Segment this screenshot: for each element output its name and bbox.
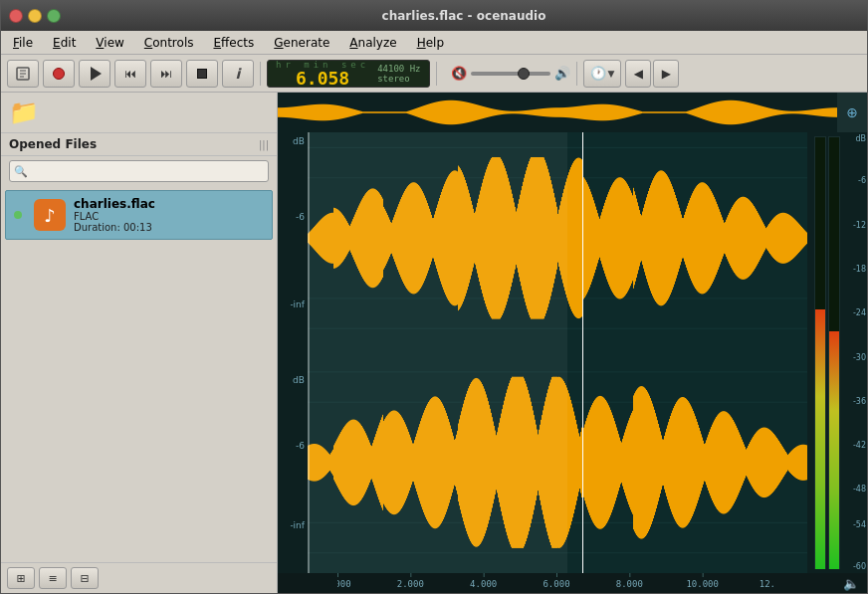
db-right-54: -54 — [853, 520, 866, 529]
menu-analyze[interactable]: Analyze — [341, 34, 404, 52]
db-label-minus6-2: -6 — [296, 441, 305, 451]
meter-fill-right — [829, 331, 839, 569]
menu-view[interactable]: View — [88, 34, 131, 52]
meter-right — [828, 136, 840, 569]
play-button[interactable] — [79, 60, 110, 88]
search-box: 🔍 — [9, 160, 269, 182]
search-input[interactable] — [9, 160, 269, 182]
nav-forward-button[interactable]: ▶ — [653, 60, 679, 88]
menubar: File Edit View Controls Effects Generate… — [1, 31, 867, 55]
waveform-canvas — [308, 132, 807, 573]
fast-forward-button[interactable]: ⏭ — [150, 60, 182, 88]
window-controls — [9, 9, 61, 23]
time-format-button[interactable]: 🕐 ▼ — [583, 60, 622, 88]
db-label-minus6-1: -6 — [296, 212, 305, 222]
db-right-48: -48 — [853, 485, 866, 494]
file-thumbnail: ♪ — [34, 199, 66, 231]
menu-generate[interactable]: Generate — [266, 34, 337, 52]
time-value: 6.058 — [296, 70, 349, 88]
folder-icon: 📁 — [9, 99, 39, 126]
time-display: hr min sec 6.058 44100 Hz stereo — [267, 60, 430, 88]
db-right-0: dB — [855, 134, 866, 143]
sidebar-footer: ⊞ ≡ ⊟ — [1, 562, 277, 593]
menu-file[interactable]: File — [5, 34, 41, 52]
db-right-30: -30 — [853, 353, 866, 362]
waveform-container: ⊕ dB -6 -inf dB -6 -inf — [278, 93, 867, 593]
db-right-60: -60 — [853, 562, 866, 571]
maximize-button[interactable] — [47, 9, 61, 23]
view-grid-button[interactable]: ⊟ — [71, 567, 99, 589]
db-label-inf-1: -inf — [290, 299, 305, 309]
minimap-canvas — [278, 93, 837, 132]
db-right-6: -6 — [858, 176, 866, 185]
db-right-24: -24 — [853, 308, 866, 317]
opened-files-label: Opened Files — [9, 137, 97, 151]
list-item[interactable]: ♪ charlies.flac FLAC Duration: 00:13 — [5, 190, 273, 240]
time-info: 44100 Hz stereo — [377, 64, 420, 84]
loop-button[interactable] — [7, 60, 39, 88]
window-title: charlies.flac - ocenaudio — [69, 9, 859, 23]
timeline-canvas — [337, 573, 775, 593]
info-button[interactable]: i — [222, 60, 254, 88]
timeline — [337, 573, 775, 593]
volume-max-icon: 🔊 — [554, 66, 570, 81]
db-label-db-2: dB — [293, 375, 305, 385]
level-meter — [807, 132, 847, 573]
toolbar: ⏮ ⏭ i hr min sec 6.058 44100 Hz stereo 🔇 — [1, 55, 867, 93]
view-large-button[interactable]: ⊞ — [7, 567, 35, 589]
volume-bottom-icon[interactable]: 🔈 — [843, 576, 859, 591]
zoom-in-icon[interactable]: ⊕ — [846, 104, 858, 120]
volume-slider[interactable] — [471, 72, 550, 76]
db-right-42: -42 — [853, 441, 866, 450]
separator-1 — [260, 62, 261, 86]
file-format: FLAC — [74, 211, 264, 222]
sidebar-header: 📁 — [1, 93, 277, 133]
minimize-button[interactable] — [28, 9, 42, 23]
nav-back-button[interactable]: ◀ — [625, 60, 651, 88]
db-scale-left: dB -6 -inf dB -6 -inf — [278, 132, 308, 573]
db-right-12: -12 — [853, 221, 866, 230]
db-right-36: -36 — [853, 397, 866, 406]
record-button[interactable] — [43, 60, 75, 88]
view-list-button[interactable]: ≡ — [39, 567, 67, 589]
dropdown-arrow: ▼ — [608, 69, 615, 79]
close-button[interactable] — [9, 9, 23, 23]
waveform-with-scales: dB -6 -inf dB -6 -inf — [278, 132, 867, 573]
separator-2 — [436, 62, 437, 86]
waveform-canvas-area[interactable] — [308, 132, 807, 573]
main-window: charlies.flac - ocenaudio File Edit View… — [0, 0, 868, 594]
db-scale-right: dB -6 -12 -18 -24 -30 -36 -42 -48 -54 -6… — [847, 132, 867, 573]
file-info: charlies.flac FLAC Duration: 00:13 — [74, 197, 264, 233]
db-right-18: -18 — [853, 265, 866, 274]
timeline-spacer-right: 🔈 — [835, 573, 867, 593]
resize-handle[interactable]: ||| — [259, 139, 269, 150]
active-indicator — [14, 211, 22, 219]
sample-rate: 44100 Hz — [377, 64, 420, 74]
menu-edit[interactable]: Edit — [45, 34, 84, 52]
minimap[interactable] — [278, 93, 837, 132]
titlebar: charlies.flac - ocenaudio — [1, 1, 867, 31]
menu-help[interactable]: Help — [409, 34, 452, 52]
db-label-inf-2: -inf — [290, 520, 305, 530]
menu-effects[interactable]: Effects — [205, 34, 262, 52]
timeline-area: 🔈 — [278, 573, 867, 593]
file-name: charlies.flac — [74, 197, 264, 211]
rewind-button[interactable]: ⏮ — [114, 60, 146, 88]
menu-controls[interactable]: Controls — [136, 34, 202, 52]
clock-icon: 🕐 — [590, 66, 606, 81]
nav-buttons: ◀ ▶ — [625, 60, 679, 88]
stop-button[interactable] — [186, 60, 218, 88]
sidebar: 📁 Opened Files ||| 🔍 ♪ charlies.flac — [1, 93, 278, 593]
opened-files-bar: Opened Files ||| — [1, 133, 277, 156]
separator-3 — [576, 62, 577, 86]
volume-control: 🔇 🔊 — [451, 66, 570, 81]
file-duration: Duration: 00:13 — [74, 222, 264, 233]
main-content: 📁 Opened Files ||| 🔍 ♪ charlies.flac — [1, 93, 867, 593]
search-icon: 🔍 — [14, 165, 28, 178]
channels: stereo — [377, 74, 420, 84]
meter-left — [814, 136, 826, 569]
zoom-button-area: ⊕ — [837, 93, 867, 132]
timeline-spacer-left — [278, 573, 308, 593]
minimap-area: ⊕ — [278, 93, 867, 132]
meter-fill-left — [815, 309, 825, 569]
